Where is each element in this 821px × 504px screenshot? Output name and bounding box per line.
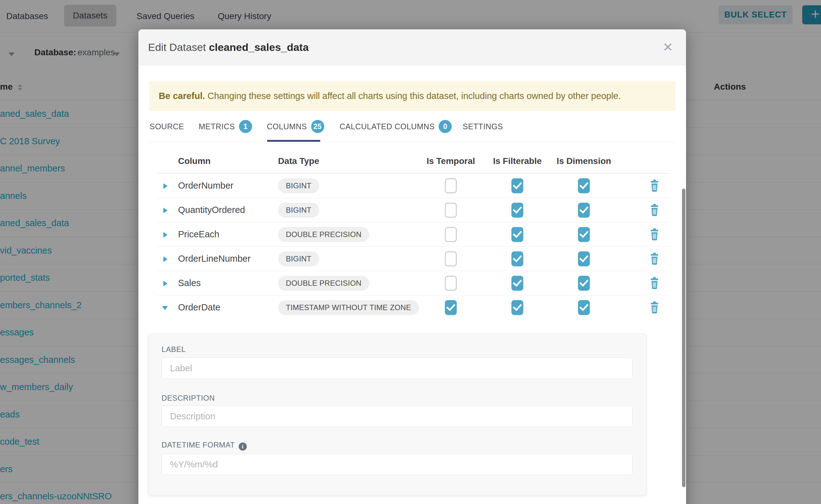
data-type-badge: TIMESTAMP WITHOUT TIME ZONE <box>278 300 419 315</box>
close-icon[interactable]: ✕ <box>663 41 673 54</box>
column-row: QuantityOrdered BIGINT <box>138 198 686 222</box>
tab-count-badge: 0 <box>439 120 452 133</box>
column-row: Sales DOUBLE PRECISION <box>138 271 686 295</box>
is-temporal-checkbox[interactable] <box>445 178 457 193</box>
column-row: OrderLineNumber BIGINT <box>138 247 686 271</box>
tab-label: SETTINGS <box>463 122 503 131</box>
expand-caret-icon[interactable] <box>163 256 167 262</box>
data-type-header: Data Type <box>278 156 319 166</box>
is-temporal-checkbox[interactable] <box>445 251 457 266</box>
dataset-name: cleaned_sales_data <box>209 41 309 53</box>
tabs-divider <box>148 142 675 142</box>
modal-title: Edit Dataset cleaned_sales_data <box>148 29 309 65</box>
modal-header: Edit Dataset cleaned_sales_data ✕ <box>138 29 686 65</box>
collapse-caret-icon[interactable] <box>162 306 168 310</box>
column-row: OrderNumber BIGINT <box>138 174 686 198</box>
column-name: Sales <box>178 278 201 288</box>
datasets-page: Databases Datasets Saved Queries Query H… <box>0 0 821 504</box>
warning-banner: Be careful.Changing these settings will … <box>149 81 675 111</box>
is-dimension-checkbox[interactable] <box>578 276 590 291</box>
data-type-badge: BIGINT <box>278 203 319 218</box>
delete-column-icon[interactable] <box>650 180 660 193</box>
is-filterable-checkbox[interactable] <box>512 227 523 242</box>
delete-column-icon[interactable] <box>650 204 660 218</box>
column-name: OrderNumber <box>178 180 233 191</box>
description-field-label: DESCRIPTION <box>161 394 215 403</box>
data-type-badge: BIGINT <box>278 178 319 193</box>
column-header: Column <box>178 156 210 166</box>
delete-column-icon[interactable] <box>650 228 660 242</box>
is-temporal-checkbox[interactable] <box>445 276 457 291</box>
delete-column-icon[interactable] <box>650 253 660 266</box>
column-row: PriceEach DOUBLE PRECISION <box>138 222 686 247</box>
warning-text: Changing these settings will affect all … <box>207 91 621 101</box>
warning-bold: Be careful. <box>159 91 205 101</box>
tab-columns[interactable]: COLUMNS25 <box>267 118 324 135</box>
tab-label: METRICS <box>199 122 235 131</box>
delete-column-icon[interactable] <box>650 301 660 315</box>
is-filterable-checkbox[interactable] <box>512 251 523 266</box>
is-temporal-header: Is Temporal <box>427 156 475 166</box>
tab-metrics[interactable]: METRICS1 <box>199 118 252 135</box>
tab-count-badge: 1 <box>239 120 252 133</box>
is-temporal-checkbox[interactable] <box>445 203 457 218</box>
tab-settings[interactable]: SETTINGS <box>463 118 503 135</box>
label-field-label: LABEL <box>161 345 186 354</box>
info-icon[interactable]: i <box>239 442 247 451</box>
column-detail-panel: LABEL DESCRIPTION DATETIME FORMATi <box>148 334 647 496</box>
expand-caret-icon[interactable] <box>163 208 167 213</box>
description-input[interactable] <box>161 406 633 427</box>
tab-label: COLUMNS <box>267 122 307 131</box>
data-type-badge: BIGINT <box>278 251 319 266</box>
column-name: OrderLineNumber <box>178 254 250 264</box>
datetime-format-input[interactable] <box>161 454 633 475</box>
is-dimension-header: Is Dimension <box>557 156 611 166</box>
label-input[interactable] <box>161 358 633 379</box>
is-temporal-checkbox[interactable] <box>445 227 457 242</box>
edit-dataset-modal: Edit Dataset cleaned_sales_data ✕ Be car… <box>138 29 686 504</box>
column-name: OrderDate <box>178 302 220 313</box>
is-filterable-checkbox[interactable] <box>512 276 523 291</box>
datetime-format-field-label: DATETIME FORMATi <box>161 441 247 451</box>
is-dimension-checkbox[interactable] <box>578 203 590 218</box>
tab-source[interactable]: SOURCE <box>150 118 184 135</box>
data-type-badge: DOUBLE PRECISION <box>278 276 369 291</box>
delete-column-icon[interactable] <box>650 277 660 291</box>
is-filterable-checkbox[interactable] <box>512 300 523 315</box>
is-filterable-checkbox[interactable] <box>512 178 523 193</box>
is-temporal-checkbox[interactable] <box>445 300 457 315</box>
tab-label: SOURCE <box>150 122 184 131</box>
data-type-badge: DOUBLE PRECISION <box>278 227 369 242</box>
column-name: QuantityOrdered <box>178 205 245 215</box>
is-filterable-checkbox[interactable] <box>512 203 523 218</box>
tab-label: CALCULATED COLUMNS <box>339 122 435 131</box>
column-row: OrderDate TIMESTAMP WITHOUT TIME ZONE <box>138 295 686 320</box>
column-name: PriceEach <box>178 229 219 240</box>
is-dimension-checkbox[interactable] <box>578 300 590 315</box>
modal-scrollbar-thumb[interactable] <box>682 189 685 487</box>
is-filterable-header: Is Filterable <box>493 156 542 166</box>
expand-caret-icon[interactable] <box>163 281 167 286</box>
is-dimension-checkbox[interactable] <box>578 178 590 193</box>
expand-caret-icon[interactable] <box>163 232 167 238</box>
tab-calculated-columns[interactable]: CALCULATED COLUMNS0 <box>339 118 452 135</box>
expand-caret-icon[interactable] <box>163 183 167 189</box>
is-dimension-checkbox[interactable] <box>578 251 590 266</box>
tab-count-badge: 25 <box>311 120 324 133</box>
is-dimension-checkbox[interactable] <box>578 227 590 242</box>
